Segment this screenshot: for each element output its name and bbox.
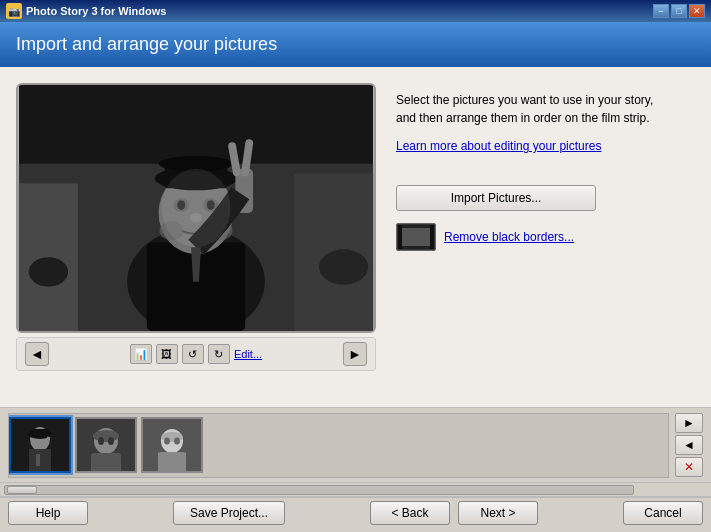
photo-frame: [16, 83, 376, 333]
filmstrip-area: ► ◄ ✕: [0, 407, 711, 482]
footer-center: < Back Next >: [370, 501, 538, 525]
title-bar-buttons: − □ ✕: [653, 4, 705, 18]
svg-point-41: [108, 437, 114, 445]
back-button[interactable]: < Back: [370, 501, 450, 525]
left-nav-arrow[interactable]: ◄: [25, 342, 49, 366]
instruction-line2: and then arrange them in order on the fi…: [396, 111, 649, 125]
title-bar-left: 📷 Photo Story 3 for Windows: [6, 3, 166, 19]
next-button[interactable]: Next >: [458, 501, 538, 525]
instruction-line1: Select the pictures you want to use in y…: [396, 93, 653, 107]
svg-rect-44: [158, 452, 186, 471]
minimize-button[interactable]: −: [653, 4, 669, 18]
svg-point-47: [174, 438, 180, 445]
scrollbar-thumb[interactable]: [7, 486, 37, 494]
strip-forward-button[interactable]: ►: [675, 413, 703, 433]
strip-delete-button[interactable]: ✕: [675, 457, 703, 477]
svg-point-39: [93, 430, 119, 442]
film-thumb-3[interactable]: [141, 417, 203, 473]
filmstrip-right-buttons: ► ◄ ✕: [675, 413, 703, 477]
svg-point-40: [98, 437, 104, 445]
title-bar: 📷 Photo Story 3 for Windows − □ ✕: [0, 0, 711, 22]
film-thumb-2[interactable]: [75, 417, 137, 473]
photo-image: [18, 85, 374, 331]
title-bar-text: Photo Story 3 for Windows: [26, 5, 166, 17]
svg-rect-26: [402, 228, 430, 246]
cancel-button[interactable]: Cancel: [623, 501, 703, 525]
remove-borders-thumb-icon: [396, 223, 436, 251]
app-icon: 📷: [6, 3, 22, 19]
filmstrip-scroll: [8, 413, 669, 478]
image-icon-button[interactable]: 🖼: [156, 344, 178, 364]
chart-icon-button[interactable]: 📊: [130, 344, 152, 364]
svg-rect-27: [398, 225, 402, 249]
learn-more-link[interactable]: Learn more about editing your pictures: [396, 139, 601, 153]
footer: Help Save Project... < Back Next > Cance…: [0, 496, 711, 528]
svg-point-46: [164, 438, 170, 445]
maximize-button[interactable]: □: [671, 4, 687, 18]
close-button[interactable]: ✕: [689, 4, 705, 18]
svg-rect-28: [430, 225, 434, 249]
rotate-right-button[interactable]: ↻: [208, 344, 230, 364]
svg-rect-33: [32, 429, 48, 437]
save-project-button[interactable]: Save Project...: [173, 501, 285, 525]
photo-panel: ◄ 📊 🖼 ↺ ↻ Edit... ►: [16, 83, 376, 391]
rotate-left-button[interactable]: ↺: [182, 344, 204, 364]
import-pictures-button[interactable]: Import Pictures...: [396, 185, 596, 211]
help-button[interactable]: Help: [8, 501, 88, 525]
strip-back-button[interactable]: ◄: [675, 435, 703, 455]
main-content: ◄ 📊 🖼 ↺ ↻ Edit... ► Select the pictures …: [0, 67, 711, 407]
svg-point-24: [162, 169, 231, 248]
filmstrip-scrollbar[interactable]: [0, 482, 711, 496]
page-title: Import and arrange your pictures: [16, 34, 277, 54]
right-panel: Select the pictures you want to use in y…: [396, 83, 695, 391]
instruction-text: Select the pictures you want to use in y…: [396, 91, 695, 127]
app-header: Import and arrange your pictures: [0, 22, 711, 67]
film-thumb-1[interactable]: [9, 417, 71, 473]
svg-rect-34: [36, 454, 40, 466]
toolbar-icons: 📊 🖼 ↺ ↻ Edit...: [130, 344, 262, 364]
scrollbar-track[interactable]: [4, 485, 634, 495]
remove-borders-row: Remove black borders...: [396, 223, 695, 251]
photo-toolbar: ◄ 📊 🖼 ↺ ↻ Edit... ►: [16, 337, 376, 371]
remove-black-borders-link[interactable]: Remove black borders...: [444, 230, 574, 244]
edit-link[interactable]: Edit...: [234, 348, 262, 360]
right-nav-arrow[interactable]: ►: [343, 342, 367, 366]
svg-rect-38: [91, 453, 121, 471]
